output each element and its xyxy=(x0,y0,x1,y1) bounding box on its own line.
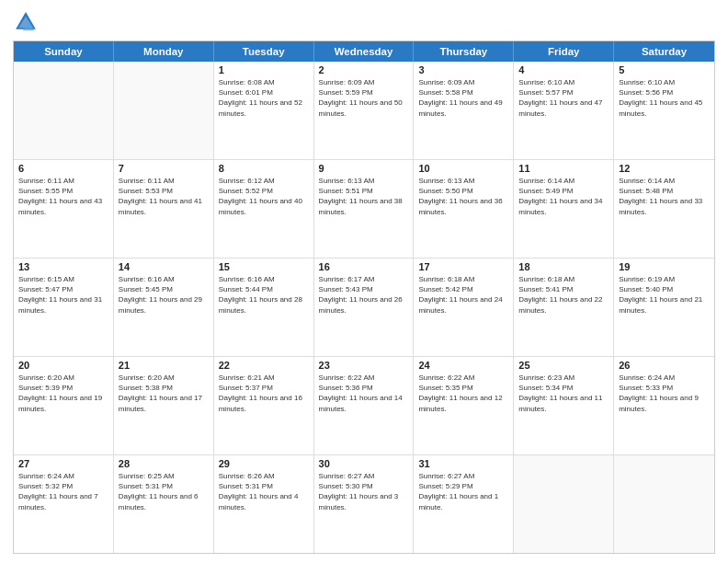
day-number: 24 xyxy=(418,360,508,371)
calendar-cell-6: 6Sunrise: 6:11 AM Sunset: 5:55 PM Daylig… xyxy=(14,160,114,258)
day-info: Sunrise: 6:13 AM Sunset: 5:50 PM Dayligh… xyxy=(418,176,508,217)
calendar-cell-18: 18Sunrise: 6:18 AM Sunset: 5:41 PM Dayli… xyxy=(514,259,614,356)
day-info: Sunrise: 6:27 AM Sunset: 5:30 PM Dayligh… xyxy=(319,471,409,512)
day-number: 25 xyxy=(518,360,609,371)
day-info: Sunrise: 6:11 AM Sunset: 5:53 PM Dayligh… xyxy=(119,176,209,217)
day-number: 12 xyxy=(619,163,710,174)
day-number: 29 xyxy=(219,458,309,469)
calendar-cell-5: 5Sunrise: 6:10 AM Sunset: 5:56 PM Daylig… xyxy=(614,62,714,159)
calendar-cell-empty-6 xyxy=(614,455,714,553)
day-info: Sunrise: 6:12 AM Sunset: 5:52 PM Dayligh… xyxy=(219,176,309,217)
calendar-cell-17: 17Sunrise: 6:18 AM Sunset: 5:42 PM Dayli… xyxy=(414,259,514,356)
weekday-header-thursday: Thursday xyxy=(414,41,514,62)
day-number: 5 xyxy=(619,64,710,75)
day-info: Sunrise: 6:08 AM Sunset: 6:01 PM Dayligh… xyxy=(219,77,309,119)
day-info: Sunrise: 6:15 AM Sunset: 5:47 PM Dayligh… xyxy=(18,274,108,316)
day-info: Sunrise: 6:20 AM Sunset: 5:39 PM Dayligh… xyxy=(18,373,108,414)
day-info: Sunrise: 6:13 AM Sunset: 5:51 PM Dayligh… xyxy=(319,176,409,217)
logo-icon xyxy=(13,9,39,35)
day-info: Sunrise: 6:23 AM Sunset: 5:34 PM Dayligh… xyxy=(518,373,609,414)
calendar-cell-4: 4Sunrise: 6:10 AM Sunset: 5:57 PM Daylig… xyxy=(514,62,614,159)
calendar-cell-24: 24Sunrise: 6:22 AM Sunset: 5:35 PM Dayli… xyxy=(414,357,514,454)
day-info: Sunrise: 6:09 AM Sunset: 5:59 PM Dayligh… xyxy=(319,77,409,119)
day-info: Sunrise: 6:22 AM Sunset: 5:35 PM Dayligh… xyxy=(418,373,508,414)
day-number: 21 xyxy=(119,360,209,371)
calendar-row-3: 20Sunrise: 6:20 AM Sunset: 5:39 PM Dayli… xyxy=(14,356,714,454)
day-info: Sunrise: 6:24 AM Sunset: 5:33 PM Dayligh… xyxy=(619,373,710,414)
calendar-cell-19: 19Sunrise: 6:19 AM Sunset: 5:40 PM Dayli… xyxy=(614,259,714,356)
day-number: 10 xyxy=(418,163,508,174)
day-number: 13 xyxy=(18,261,108,272)
day-number: 1 xyxy=(219,64,309,75)
day-number: 4 xyxy=(518,64,609,75)
calendar-cell-9: 9Sunrise: 6:13 AM Sunset: 5:51 PM Daylig… xyxy=(314,160,415,258)
calendar-cell-empty-1 xyxy=(114,62,214,159)
day-number: 28 xyxy=(119,458,209,469)
day-number: 6 xyxy=(18,163,108,174)
calendar-cell-12: 12Sunrise: 6:14 AM Sunset: 5:48 PM Dayli… xyxy=(614,160,714,258)
day-number: 27 xyxy=(18,458,108,469)
calendar-cell-1: 1Sunrise: 6:08 AM Sunset: 6:01 PM Daylig… xyxy=(214,62,314,159)
calendar-cell-7: 7Sunrise: 6:11 AM Sunset: 5:53 PM Daylig… xyxy=(114,160,214,258)
day-number: 3 xyxy=(418,64,508,75)
calendar-cell-27: 27Sunrise: 6:24 AM Sunset: 5:32 PM Dayli… xyxy=(14,455,114,553)
weekday-header-tuesday: Tuesday xyxy=(214,41,314,62)
day-info: Sunrise: 6:10 AM Sunset: 5:56 PM Dayligh… xyxy=(619,77,710,119)
day-info: Sunrise: 6:26 AM Sunset: 5:31 PM Dayligh… xyxy=(219,471,309,512)
day-number: 17 xyxy=(418,261,508,272)
day-number: 14 xyxy=(119,261,209,272)
day-info: Sunrise: 6:22 AM Sunset: 5:36 PM Dayligh… xyxy=(319,373,409,414)
day-info: Sunrise: 6:17 AM Sunset: 5:43 PM Dayligh… xyxy=(319,274,409,316)
calendar-row-1: 6Sunrise: 6:11 AM Sunset: 5:55 PM Daylig… xyxy=(14,159,714,258)
calendar-cell-30: 30Sunrise: 6:27 AM Sunset: 5:30 PM Dayli… xyxy=(314,455,415,553)
calendar-body: 1Sunrise: 6:08 AM Sunset: 6:01 PM Daylig… xyxy=(14,62,714,553)
calendar-row-4: 27Sunrise: 6:24 AM Sunset: 5:32 PM Dayli… xyxy=(14,454,714,553)
calendar-cell-11: 11Sunrise: 6:14 AM Sunset: 5:49 PM Dayli… xyxy=(514,160,614,258)
calendar-row-2: 13Sunrise: 6:15 AM Sunset: 5:47 PM Dayli… xyxy=(14,258,714,356)
calendar-cell-16: 16Sunrise: 6:17 AM Sunset: 5:43 PM Dayli… xyxy=(314,259,415,356)
calendar-cell-2: 2Sunrise: 6:09 AM Sunset: 5:59 PM Daylig… xyxy=(314,62,415,159)
day-number: 7 xyxy=(119,163,209,174)
calendar-row-0: 1Sunrise: 6:08 AM Sunset: 6:01 PM Daylig… xyxy=(14,62,714,159)
day-info: Sunrise: 6:18 AM Sunset: 5:42 PM Dayligh… xyxy=(418,274,508,316)
day-number: 15 xyxy=(219,261,309,272)
day-number: 31 xyxy=(418,458,508,469)
calendar-cell-empty-0 xyxy=(14,62,114,159)
day-info: Sunrise: 6:18 AM Sunset: 5:41 PM Dayligh… xyxy=(518,274,609,316)
calendar-header: SundayMondayTuesdayWednesdayThursdayFrid… xyxy=(14,41,714,62)
day-number: 19 xyxy=(619,261,710,272)
day-number: 9 xyxy=(319,163,409,174)
page-header xyxy=(13,9,715,35)
calendar-cell-28: 28Sunrise: 6:25 AM Sunset: 5:31 PM Dayli… xyxy=(114,455,214,553)
day-info: Sunrise: 6:10 AM Sunset: 5:57 PM Dayligh… xyxy=(518,77,609,119)
day-number: 18 xyxy=(518,261,609,272)
day-info: Sunrise: 6:14 AM Sunset: 5:49 PM Dayligh… xyxy=(518,176,609,217)
day-number: 23 xyxy=(319,360,409,371)
calendar-cell-8: 8Sunrise: 6:12 AM Sunset: 5:52 PM Daylig… xyxy=(214,160,314,258)
calendar-cell-25: 25Sunrise: 6:23 AM Sunset: 5:34 PM Dayli… xyxy=(514,357,614,454)
day-info: Sunrise: 6:21 AM Sunset: 5:37 PM Dayligh… xyxy=(219,373,309,414)
day-info: Sunrise: 6:25 AM Sunset: 5:31 PM Dayligh… xyxy=(119,471,209,512)
calendar-cell-23: 23Sunrise: 6:22 AM Sunset: 5:36 PM Dayli… xyxy=(314,357,415,454)
calendar-cell-10: 10Sunrise: 6:13 AM Sunset: 5:50 PM Dayli… xyxy=(414,160,514,258)
day-info: Sunrise: 6:09 AM Sunset: 5:58 PM Dayligh… xyxy=(418,77,508,119)
day-info: Sunrise: 6:14 AM Sunset: 5:48 PM Dayligh… xyxy=(619,176,710,217)
day-number: 30 xyxy=(319,458,409,469)
day-info: Sunrise: 6:16 AM Sunset: 5:44 PM Dayligh… xyxy=(219,274,309,316)
day-number: 11 xyxy=(518,163,609,174)
calendar-cell-13: 13Sunrise: 6:15 AM Sunset: 5:47 PM Dayli… xyxy=(14,259,114,356)
calendar-cell-14: 14Sunrise: 6:16 AM Sunset: 5:45 PM Dayli… xyxy=(114,259,214,356)
day-number: 22 xyxy=(219,360,309,371)
day-number: 2 xyxy=(319,64,409,75)
weekday-header-friday: Friday xyxy=(514,41,614,62)
day-info: Sunrise: 6:27 AM Sunset: 5:29 PM Dayligh… xyxy=(418,471,508,512)
calendar-cell-26: 26Sunrise: 6:24 AM Sunset: 5:33 PM Dayli… xyxy=(614,357,714,454)
calendar-cell-3: 3Sunrise: 6:09 AM Sunset: 5:58 PM Daylig… xyxy=(414,62,514,159)
day-number: 26 xyxy=(619,360,710,371)
calendar-cell-21: 21Sunrise: 6:20 AM Sunset: 5:38 PM Dayli… xyxy=(114,357,214,454)
calendar-cell-empty-5 xyxy=(514,455,614,553)
weekday-header-sunday: Sunday xyxy=(14,41,114,62)
calendar: SundayMondayTuesdayWednesdayThursdayFrid… xyxy=(13,40,715,554)
day-info: Sunrise: 6:20 AM Sunset: 5:38 PM Dayligh… xyxy=(119,373,209,414)
calendar-cell-22: 22Sunrise: 6:21 AM Sunset: 5:37 PM Dayli… xyxy=(214,357,314,454)
